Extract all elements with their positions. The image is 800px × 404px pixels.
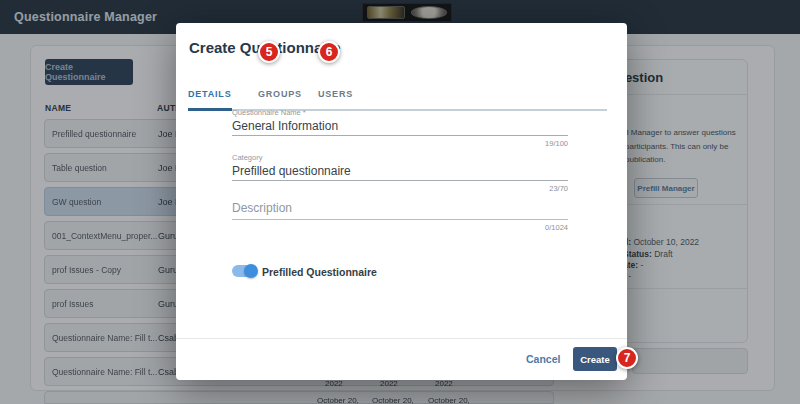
- tab-groups[interactable]: GROUPS: [258, 89, 302, 99]
- annotation-badge-6: 6: [318, 41, 340, 63]
- questionnaire-name-input[interactable]: General Information: [232, 119, 338, 133]
- tab-details[interactable]: DETAILS: [188, 89, 231, 99]
- category-char-counter: 23/70: [232, 184, 568, 193]
- annotation-badge-7: 7: [616, 347, 638, 369]
- input-underline: [232, 219, 568, 220]
- annotation-badge-5: 5: [258, 41, 280, 63]
- category-input[interactable]: Prefilled questionnaire: [232, 164, 351, 178]
- tab-underline-active: [188, 108, 232, 111]
- description-input[interactable]: Description: [232, 201, 292, 215]
- category-label: Category: [232, 153, 262, 162]
- create-questionnaire-modal: Create Questionnaire DETAILS GROUPS USER…: [176, 23, 627, 380]
- tab-users[interactable]: USERS: [318, 89, 353, 99]
- toggle-knob: [244, 264, 258, 278]
- prefilled-questionnaire-toggle[interactable]: [232, 265, 256, 277]
- footer-divider: [176, 338, 627, 339]
- description-char-counter: 0/1024: [232, 223, 568, 232]
- questionnaire-name-label: Questionnaire Name *: [232, 108, 306, 117]
- input-underline: [232, 135, 568, 136]
- create-button[interactable]: Create: [573, 347, 617, 371]
- toggle-label: Prefilled Questionnaire: [262, 266, 377, 278]
- name-char-counter: 19/100: [232, 139, 568, 148]
- cancel-button[interactable]: Cancel: [526, 353, 560, 365]
- input-underline: [232, 180, 568, 181]
